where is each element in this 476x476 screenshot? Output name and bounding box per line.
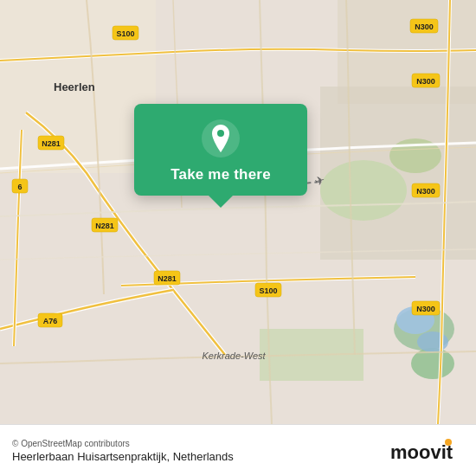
- svg-point-4: [320, 160, 407, 221]
- svg-text:N281: N281: [158, 274, 177, 283]
- svg-text:S100: S100: [259, 286, 277, 295]
- moovit-logo-svg: moovit: [390, 438, 464, 464]
- footer: © OpenStreetMap contributors Heerlerbaan…: [0, 424, 476, 476]
- osm-credit: © OpenStreetMap contributors: [12, 439, 234, 448]
- map-container: N281 N281 N281 S100 S100 N300 N300 N300 …: [0, 0, 476, 424]
- svg-text:N281: N281: [95, 222, 114, 230]
- svg-point-37: [217, 130, 224, 137]
- svg-text:N300: N300: [416, 187, 435, 196]
- svg-text:A76: A76: [43, 317, 58, 325]
- svg-text:S100: S100: [116, 29, 134, 38]
- location-name: Heerlerbaan Huisartsenpraktijk, Netherla…: [12, 450, 234, 463]
- footer-left: © OpenStreetMap contributors Heerlerbaan…: [12, 439, 234, 463]
- svg-point-10: [417, 331, 448, 352]
- location-pin-icon: [202, 119, 240, 158]
- svg-text:N300: N300: [416, 305, 435, 313]
- popup-label: Take me there: [170, 166, 271, 183]
- map-background: N281 N281 N281 S100 S100 N300 N300 N300 …: [0, 0, 476, 424]
- svg-text:moovit: moovit: [390, 441, 453, 463]
- svg-text:Kerkrade-West: Kerkrade-West: [202, 351, 266, 361]
- moovit-logo: moovit: [390, 438, 464, 464]
- svg-text:Heerlen: Heerlen: [54, 80, 95, 93]
- svg-text:6: 6: [17, 183, 22, 191]
- svg-text:N300: N300: [416, 77, 435, 86]
- svg-text:N300: N300: [415, 23, 434, 31]
- svg-text:N281: N281: [42, 139, 61, 148]
- svg-point-39: [445, 439, 452, 446]
- take-me-there-popup[interactable]: Take me there: [134, 104, 307, 196]
